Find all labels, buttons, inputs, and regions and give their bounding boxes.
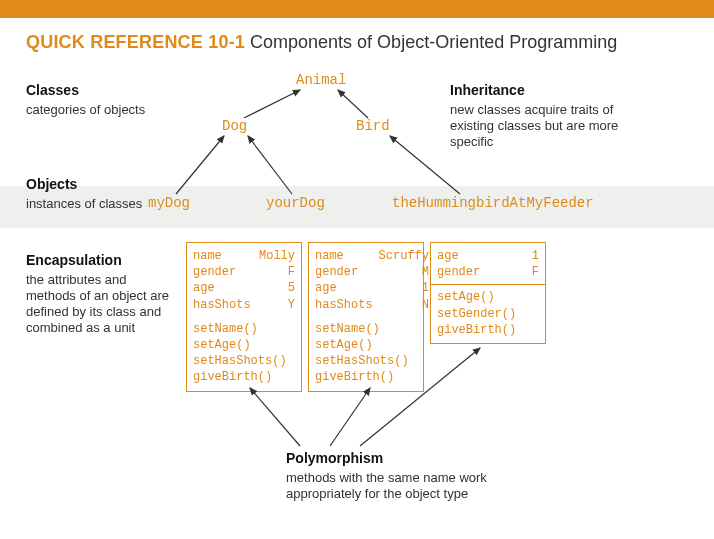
- attr-key: name: [315, 248, 373, 264]
- attr-key: name: [193, 248, 252, 264]
- box-mydog: nameMolly genderF age5 hasShotsY setName…: [186, 242, 302, 392]
- attr-key: age: [315, 280, 373, 296]
- orange-top-bar: [0, 0, 714, 18]
- method: setName(): [315, 321, 417, 337]
- method: setGender(): [437, 306, 539, 322]
- class-bird: Bird: [356, 118, 390, 134]
- arrow-poly-to-box1: [250, 388, 300, 446]
- label-encapsulation: Encapsulation the attributes and methods…: [26, 252, 176, 337]
- method: setName(): [193, 321, 295, 337]
- title-reference: QUICK REFERENCE 10-1: [26, 32, 245, 52]
- attr-val: Scruffy: [373, 248, 429, 264]
- attr-val: F: [252, 264, 295, 280]
- label-inheritance: Inheritance new classes acquire traits o…: [450, 82, 660, 150]
- label-objects: Objects instances of classes: [26, 176, 146, 212]
- title-row: QUICK REFERENCE 10-1 Components of Objec…: [26, 32, 688, 53]
- method: setHasShots(): [315, 353, 417, 369]
- label-inheritance-head: Inheritance: [450, 82, 660, 100]
- attr-val: M: [373, 264, 429, 280]
- attr-val: 5: [252, 280, 295, 296]
- method: giveBirth(): [193, 369, 295, 385]
- label-polymorphism: Polymorphism methods with the same name …: [286, 450, 546, 502]
- label-encapsulation-body: the attributes and methods of an object …: [26, 272, 176, 337]
- method: setAge(): [437, 289, 539, 305]
- attr-val: N: [373, 297, 429, 313]
- attr-key: gender: [193, 264, 252, 280]
- object-mydog: myDog: [148, 195, 190, 211]
- method: setAge(): [193, 337, 295, 353]
- label-objects-body: instances of classes: [26, 196, 146, 212]
- attr-key: gender: [437, 264, 515, 280]
- box-yourdog: nameScruffy genderM age1 hasShotsN setNa…: [308, 242, 424, 392]
- attr-val: F: [515, 264, 539, 280]
- method: giveBirth(): [315, 369, 417, 385]
- class-animal: Animal: [296, 72, 346, 88]
- attr-key: hasShots: [315, 297, 373, 313]
- arrow-bird-to-animal: [338, 90, 368, 118]
- object-hummingbird: theHummingbirdAtMyFeeder: [392, 195, 594, 211]
- label-classes-body: categories of objects: [26, 102, 146, 118]
- label-polymorphism-head: Polymorphism: [286, 450, 546, 468]
- attr-val: 1: [515, 248, 539, 264]
- title-text: Components of Object-Oriented Programmin…: [245, 32, 617, 52]
- diagram-content: QUICK REFERENCE 10-1 Components of Objec…: [0, 18, 714, 73]
- attr-key: age: [437, 248, 515, 264]
- class-dog: Dog: [222, 118, 247, 134]
- arrow-dog-to-animal: [244, 90, 300, 118]
- attr-key: age: [193, 280, 252, 296]
- box-hummingbird: age1 genderF setAge() setGender() giveBi…: [430, 242, 546, 344]
- label-encapsulation-head: Encapsulation: [26, 252, 176, 270]
- label-classes-head: Classes: [26, 82, 146, 100]
- divider: [431, 284, 545, 285]
- label-classes: Classes categories of objects: [26, 82, 146, 118]
- attr-val: Y: [252, 297, 295, 313]
- method: giveBirth(): [437, 322, 539, 338]
- label-objects-head: Objects: [26, 176, 146, 194]
- label-inheritance-body: new classes acquire traits of existing c…: [450, 102, 660, 151]
- attr-val: 1: [373, 280, 429, 296]
- attr-key: gender: [315, 264, 373, 280]
- attr-val: Molly: [252, 248, 295, 264]
- method: setAge(): [315, 337, 417, 353]
- arrow-poly-to-box2: [330, 388, 370, 446]
- label-polymorphism-body: methods with the same name work appropri…: [286, 470, 546, 503]
- object-yourdog: yourDog: [266, 195, 325, 211]
- method: setHasShots(): [193, 353, 295, 369]
- attr-key: hasShots: [193, 297, 252, 313]
